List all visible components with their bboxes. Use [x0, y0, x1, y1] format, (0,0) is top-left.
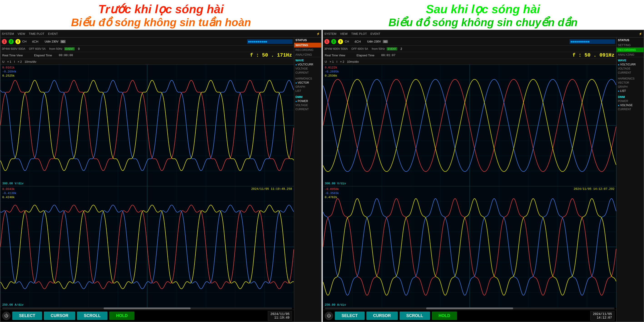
right-title-main: Sau khi lọc sóng hài: [322, 2, 644, 16]
left-power-btn[interactable]: ⏻: [2, 312, 10, 320]
left-status-waiting[interactable]: WAITING: [294, 43, 321, 48]
left-realtime-label: Real Time View: [2, 54, 23, 57]
right-wave-voltcurr[interactable]: ■ VOLT/CURR: [616, 62, 644, 66]
right-scale-x2: × 2: [340, 60, 344, 64]
left-wave-vector[interactable]: ■ VECTOR: [294, 81, 321, 85]
right-sd-badge: SD: [383, 40, 388, 43]
right-status-recording[interactable]: RECORDING: [616, 48, 644, 52]
right-lower-v2: -0.3503k: [325, 191, 339, 196]
left-status-analyzing[interactable]: ANALYZING: [294, 52, 321, 57]
right-status-setting[interactable]: SETTING: [616, 43, 644, 48]
right-wave-voltage[interactable]: VOLTAGE: [616, 66, 644, 71]
right-dmm-voltage[interactable]: ■ VOLTAGE: [616, 103, 644, 107]
left-wave-harmonics[interactable]: HARMONICS: [294, 76, 321, 81]
left-voltcurr-text: VOLT/CURR: [298, 63, 313, 66]
left-wave-graph[interactable]: GRAPH: [294, 85, 321, 89]
right-power-btn[interactable]: ⏻: [325, 312, 333, 320]
right-ts-time: 14:12:07: [593, 316, 612, 320]
left-upper-vdiv: 300.00 V/div: [2, 182, 24, 185]
right-upper-v1: 0.0122k: [325, 66, 339, 70]
right-menu-view[interactable]: VIEW: [340, 32, 348, 36]
right-title-block: Sau khi lọc sóng hài Biểu đồ sóng không …: [322, 2, 644, 29]
right-select-btn[interactable]: SELECT: [335, 312, 364, 320]
left-ch3-badge[interactable]: 3: [16, 39, 20, 44]
left-ch4-label[interactable]: 4CH: [32, 40, 38, 44]
right-udin: Udin 230V: [367, 40, 381, 43]
left-title-block: Trước khi lọc sóng hài Biểu đồ sóng khôn…: [0, 2, 322, 29]
right-wave-vector[interactable]: VECTOR: [616, 81, 644, 85]
left-wave-current[interactable]: CURRENT: [294, 71, 321, 75]
left-rtrow: Real Time View Elapsed Time 00:00:00 f :…: [0, 52, 294, 59]
panels-row: SYSTEM VIEW TIME PLOT EVENT ⚡ 1 2 3 CH 4…: [0, 30, 644, 322]
left-scalerow: U × 1 I × 2 10ms/div: [0, 59, 294, 65]
left-ch1-badge[interactable]: 1: [2, 39, 7, 44]
right-dmm-current[interactable]: CURRENT: [616, 107, 644, 111]
left-wave-menu: WAVE ■ VOLT/CURR VOLTAGE CURRENT HARMONI…: [294, 57, 321, 111]
right-timestamp-box: 2024/11/05 14:12:07: [590, 311, 614, 321]
left-osc-panel: SYSTEM VIEW TIME PLOT EVENT ⚡ 1 2 3 CH 4…: [0, 30, 322, 322]
right-status-panel: STATUS SETTING RECORDING ANALYZING WAVE …: [616, 38, 644, 322]
right-ch3-badge[interactable]: 3: [338, 39, 343, 44]
left-upper-canvas: [0, 65, 294, 186]
right-wave-current[interactable]: CURRENT: [616, 71, 644, 75]
left-ts-date: 2024/11/05: [270, 312, 290, 316]
right-cursor-btn[interactable]: CURSOR: [366, 312, 398, 320]
right-scroll-btn[interactable]: SCROLL: [400, 312, 430, 320]
left-dmm-current[interactable]: CURRENT: [294, 107, 321, 111]
right-menu-event[interactable]: EVENT: [370, 32, 380, 36]
right-osc-panel: SYSTEM VIEW TIME PLOT EVENT ⚡ 1 2 3 CH 4…: [322, 30, 644, 322]
left-hold-btn[interactable]: HOLD: [109, 312, 134, 320]
right-lower-v3: 0.4762k: [325, 196, 339, 200]
left-dmm-power[interactable]: ■ POWER: [294, 99, 321, 103]
right-ts-date: 2024/11/05: [593, 312, 612, 316]
left-menu-event[interactable]: EVENT: [48, 32, 58, 36]
right-wave-harmonics[interactable]: HARMONICS: [616, 76, 644, 81]
right-freq: f : 50 . 091Hz: [572, 52, 614, 58]
right-upper-v3: 0.2536k: [325, 74, 339, 78]
right-dmm-power[interactable]: POWER: [616, 99, 644, 103]
left-scrollbar-thumb: [104, 308, 190, 309]
right-ch1-badge[interactable]: 1: [324, 39, 330, 44]
right-scrollbar-thumb: [426, 308, 513, 309]
right-upper-canvas: [323, 65, 616, 186]
left-menu-timeplot[interactable]: TIME PLOT: [29, 32, 44, 36]
left-scale-x2: × 2: [18, 60, 22, 64]
right-fnom: fnom 50Hz: [372, 47, 385, 50]
left-wave-voltage[interactable]: VOLTAGE: [294, 66, 321, 71]
right-realtime-label: Real Time View: [325, 54, 345, 57]
right-status-analyzing[interactable]: ANALYZING: [616, 52, 644, 57]
right-wave-list[interactable]: ■ LIST: [616, 89, 644, 93]
left-dmm-label: DMM: [294, 95, 321, 99]
left-cursor-btn[interactable]: CURSOR: [44, 312, 75, 320]
right-config: 3P4W 600V 500A: [324, 47, 348, 50]
left-menu-system[interactable]: SYSTEM: [2, 32, 14, 36]
left-menu-view[interactable]: VIEW: [18, 32, 25, 36]
right-scrollbar[interactable]: [325, 308, 615, 309]
right-list-text: LIST: [620, 89, 626, 92]
right-scale-i: I: [336, 60, 337, 64]
right-lower-timestamp: 2024/11/05 14:12:07.202: [574, 187, 614, 191]
left-antenna-icon: ⚡: [316, 32, 320, 36]
left-scale-x1: × 1: [7, 60, 11, 64]
right-event-num: 2: [400, 47, 402, 50]
right-scale-time: 10ms/div: [347, 60, 359, 64]
left-config: 3P4W 600V 500A: [2, 47, 25, 50]
right-lower-canvas: [323, 186, 616, 308]
right-wave-graph[interactable]: GRAPH: [616, 85, 644, 89]
right-menu-system[interactable]: SYSTEM: [324, 32, 336, 36]
left-osc-main: 1 2 3 CH 4CH Udin 230V SD ■■■■■■■■■■ 3P4…: [0, 38, 294, 322]
left-scroll-btn[interactable]: SCROLL: [77, 312, 108, 320]
right-ch4-label[interactable]: 4CH: [354, 40, 361, 44]
right-hold-btn[interactable]: HOLD: [432, 312, 457, 320]
left-dmm-voltage[interactable]: VOLTAGE: [294, 103, 321, 107]
left-wave-list[interactable]: LIST: [294, 89, 321, 93]
left-ch2-badge[interactable]: 2: [9, 39, 14, 44]
left-wave-upper: 0.0161k -0.2694k 0.2525k 300.00 V/div: [0, 65, 294, 186]
left-wave-voltcurr[interactable]: ■ VOLT/CURR: [294, 62, 321, 66]
left-status-recording[interactable]: RECORDING: [294, 48, 321, 52]
left-select-btn[interactable]: SELECT: [12, 312, 42, 320]
right-menu-timeplot[interactable]: TIME PLOT: [351, 32, 367, 36]
right-ch2-badge[interactable]: 2: [331, 39, 336, 44]
left-scale-time: 10ms/div: [24, 60, 36, 64]
left-scrollbar[interactable]: [2, 308, 292, 309]
